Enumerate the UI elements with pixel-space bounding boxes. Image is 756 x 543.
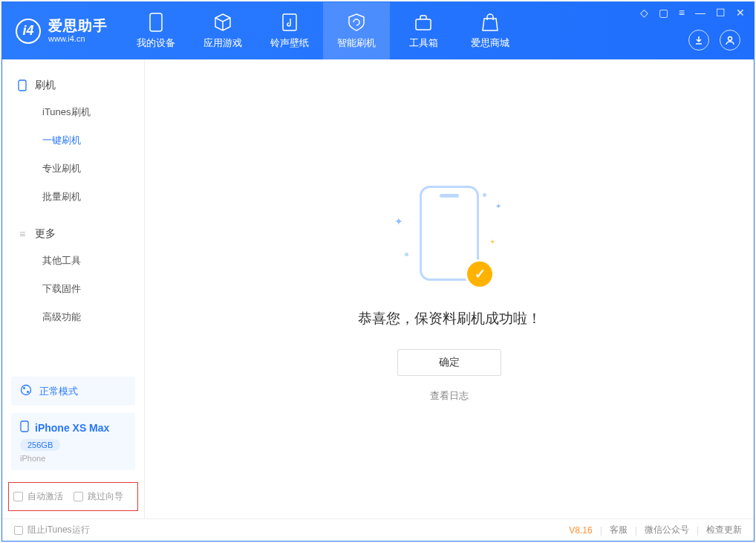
checkbox-label: 阻止iTunes运行 — [27, 524, 90, 536]
main-tabs: 我的设备 应用游戏 铃声壁纸 智能刷机 工具箱 爱思商城 — [123, 2, 524, 59]
tab-apps-games[interactable]: 应用游戏 — [189, 2, 256, 59]
phone-icon — [20, 420, 29, 435]
checkbox-auto-activate[interactable]: 自动激活 — [13, 490, 63, 503]
sparkle-icon: ✦ — [489, 238, 495, 246]
refresh-shield-icon — [347, 13, 366, 32]
tab-store[interactable]: 爱思商城 — [457, 2, 524, 59]
mode-icon — [20, 384, 32, 398]
device-icon — [146, 13, 166, 32]
sidebar-checkbox-row: 自动激活 跳过向导 — [8, 482, 138, 511]
tab-my-device[interactable]: 我的设备 — [123, 2, 189, 59]
checkbox-icon — [14, 526, 23, 535]
svg-rect-0 — [150, 13, 162, 31]
sidebar-item-oneclick-flash[interactable]: 一键刷机 — [2, 126, 144, 155]
device-mode-card[interactable]: 正常模式 — [11, 377, 135, 406]
tab-smart-flash[interactable]: 智能刷机 — [323, 2, 390, 59]
checkbox-block-itunes[interactable]: 阻止iTunes运行 — [14, 524, 90, 536]
svg-rect-2 — [416, 19, 431, 30]
menu-icon[interactable]: ≡ — [679, 7, 685, 19]
sidebar-item-itunes-flash[interactable]: iTunes刷机 — [2, 98, 144, 126]
dot-icon — [483, 193, 486, 197]
phone-icon — [17, 80, 27, 91]
view-log-link[interactable]: 查看日志 — [430, 389, 469, 403]
svg-rect-4 — [19, 80, 26, 91]
header: i4 爱思助手 www.i4.cn 我的设备 应用游戏 铃声壁纸 智能刷机 — [2, 2, 754, 59]
footer: 阻止iTunes运行 V8.16 | 客服 | 微信公众号 | 检查更新 — [2, 518, 754, 541]
device-capacity: 256GB — [20, 439, 60, 451]
header-right-actions — [688, 30, 740, 51]
device-mode-label: 正常模式 — [39, 385, 78, 398]
sidebar-group-more: ≡ 更多 — [2, 221, 144, 247]
success-check-icon: ✓ — [467, 261, 492, 287]
svg-rect-1 — [283, 14, 296, 30]
svg-rect-8 — [21, 421, 28, 432]
checkbox-label: 跳过向导 — [88, 490, 123, 503]
svg-point-3 — [729, 37, 732, 41]
version-label: V8.16 — [569, 525, 592, 536]
tab-label: 智能刷机 — [337, 36, 376, 50]
maximize-button[interactable]: ☐ — [716, 7, 726, 19]
tab-label: 工具箱 — [409, 36, 438, 50]
device-info-card[interactable]: iPhone XS Max 256GB iPhone — [11, 413, 135, 470]
app-name-cn: 爱思助手 — [48, 19, 108, 34]
window-controls: ◇ ▢ ≡ — ☐ ✕ — [640, 7, 745, 19]
svg-point-7 — [27, 391, 29, 393]
main-content: ✦ ✦ ✦ ✓ 恭喜您，保资料刷机成功啦！ 确定 查看日志 — [145, 59, 754, 518]
device-name: iPhone XS Max — [35, 422, 109, 434]
body: 刷机 iTunes刷机 一键刷机 专业刷机 批量刷机 ≡ 更多 其他工具 下载固… — [2, 59, 754, 518]
app-name-en: www.i4.cn — [48, 34, 108, 43]
tab-ringtones-wallpapers[interactable]: 铃声壁纸 — [256, 2, 323, 59]
footer-link-wechat[interactable]: 微信公众号 — [645, 524, 689, 536]
cube-icon — [213, 13, 232, 32]
close-button[interactable]: ✕ — [736, 7, 745, 19]
sidebar-item-pro-flash[interactable]: 专业刷机 — [2, 155, 144, 183]
footer-link-update[interactable]: 检查更新 — [706, 524, 742, 536]
sidebar-item-download-firmware[interactable]: 下载固件 — [2, 275, 144, 303]
sparkle-icon: ✦ — [394, 215, 403, 227]
tab-label: 爱思商城 — [471, 36, 509, 50]
success-illustration: ✦ ✦ ✦ ✓ — [375, 186, 524, 290]
checkbox-icon — [74, 492, 83, 501]
tab-label: 应用游戏 — [203, 36, 242, 50]
feedback-icon[interactable]: ▢ — [659, 7, 668, 19]
success-title: 恭喜您，保资料刷机成功啦！ — [358, 309, 541, 328]
sidebar-device-panel: 正常模式 iPhone XS Max 256GB iPhone — [2, 369, 144, 478]
minimize-button[interactable]: — — [695, 7, 706, 19]
logo-text: 爱思助手 www.i4.cn — [48, 19, 108, 43]
logo-icon: i4 — [16, 19, 41, 44]
logo: i4 爱思助手 www.i4.cn — [2, 2, 123, 59]
checkbox-label: 自动激活 — [27, 490, 63, 503]
sidebar-item-other-tools[interactable]: 其他工具 — [2, 247, 144, 275]
sidebar-group-label: 刷机 — [35, 79, 56, 92]
app-window: i4 爱思助手 www.i4.cn 我的设备 应用游戏 铃声壁纸 智能刷机 — [1, 1, 755, 542]
sidebar-group-label: 更多 — [35, 227, 56, 241]
sidebar-group-flash: 刷机 — [2, 73, 144, 98]
toolbox-icon — [414, 13, 433, 32]
footer-link-support[interactable]: 客服 — [610, 524, 628, 536]
checkbox-skip-guide[interactable]: 跳过向导 — [74, 490, 123, 503]
skin-icon[interactable]: ◇ — [640, 7, 648, 19]
sidebar: 刷机 iTunes刷机 一键刷机 专业刷机 批量刷机 ≡ 更多 其他工具 下载固… — [2, 59, 145, 518]
confirm-button[interactable]: 确定 — [397, 349, 501, 376]
sidebar-item-advanced[interactable]: 高级功能 — [2, 303, 144, 331]
checkbox-icon — [13, 492, 23, 501]
shopping-bag-icon — [480, 13, 500, 32]
tab-toolbox[interactable]: 工具箱 — [390, 2, 457, 59]
download-button[interactable] — [688, 30, 709, 51]
sparkle-icon: ✦ — [495, 202, 501, 210]
tab-label: 我的设备 — [137, 36, 175, 50]
tab-label: 铃声壁纸 — [270, 36, 309, 50]
list-icon: ≡ — [17, 229, 27, 239]
user-button[interactable] — [720, 30, 740, 51]
svg-point-6 — [23, 387, 25, 389]
device-subtype: iPhone — [20, 454, 126, 463]
svg-point-5 — [22, 386, 31, 395]
sidebar-item-batch-flash[interactable]: 批量刷机 — [2, 183, 144, 211]
dot-icon — [405, 253, 408, 256]
music-file-icon — [280, 13, 299, 32]
